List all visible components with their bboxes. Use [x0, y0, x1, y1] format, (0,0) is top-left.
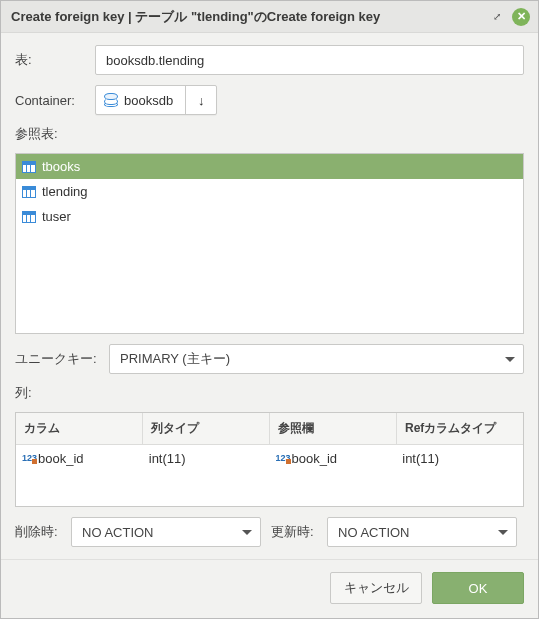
dialog-content: 表: Container: booksdb ↓ 参照表:	[1, 33, 538, 559]
cancel-button-label: キャンセル	[344, 579, 409, 597]
container-select-button[interactable]: booksdb	[96, 86, 186, 114]
list-item-label: tbooks	[42, 159, 80, 174]
ok-button-label: OK	[469, 581, 488, 596]
table-icon	[22, 211, 36, 223]
on-update-combo[interactable]: NO ACTION	[327, 517, 517, 547]
ok-button[interactable]: OK	[432, 572, 524, 604]
number-type-icon: 123	[22, 454, 36, 463]
maximize-icon[interactable]: ⤢	[488, 8, 506, 26]
unique-key-value: PRIMARY (主キー)	[120, 350, 230, 368]
table-icon	[22, 161, 36, 173]
unique-key-combo[interactable]: PRIMARY (主キー)	[109, 344, 524, 374]
label-container: Container:	[15, 93, 85, 108]
cell-column-type: int(11)	[143, 445, 270, 472]
list-item[interactable]: tbooks	[16, 154, 523, 179]
label-on-update: 更新時:	[271, 523, 317, 541]
dialog-footer: キャンセル OK	[1, 559, 538, 618]
table-icon	[22, 186, 36, 198]
label-ref-table: 参照表:	[15, 125, 524, 143]
container-picker: booksdb ↓	[95, 85, 217, 115]
cancel-button[interactable]: キャンセル	[330, 572, 422, 604]
unique-key-row: ユニークキー: PRIMARY (主キー)	[15, 344, 524, 374]
chevron-down-icon	[242, 530, 252, 535]
dialog-window: Create foreign key | テーブル "tlending"のCre…	[0, 0, 539, 619]
container-dropdown-button[interactable]: ↓	[186, 86, 216, 114]
label-on-delete: 削除時:	[15, 523, 61, 541]
window-title: Create foreign key | テーブル "tlending"のCre…	[11, 8, 482, 26]
chevron-down-icon	[505, 357, 515, 362]
th-ref-column[interactable]: 参照欄	[270, 413, 397, 444]
list-item-label: tlending	[42, 184, 88, 199]
close-icon[interactable]: ✕	[512, 8, 530, 26]
label-unique-key: ユニークキー:	[15, 350, 99, 368]
database-icon	[104, 93, 118, 107]
titlebar: Create foreign key | テーブル "tlending"のCre…	[1, 1, 538, 33]
on-delete-value: NO ACTION	[82, 525, 154, 540]
columns-table: カラム 列タイプ 参照欄 Refカラムタイプ 123 book_id int(1…	[15, 412, 524, 507]
label-table: 表:	[15, 51, 85, 69]
cell-column: 123 book_id	[16, 445, 143, 472]
th-column-type[interactable]: 列タイプ	[143, 413, 270, 444]
container-row: Container: booksdb ↓	[15, 85, 524, 115]
cell-ref-column-text: book_id	[292, 451, 338, 466]
on-update-value: NO ACTION	[338, 525, 410, 540]
th-column[interactable]: カラム	[16, 413, 143, 444]
ref-table-list[interactable]: tbooks tlending tuser	[15, 153, 524, 334]
th-ref-column-type[interactable]: Refカラムタイプ	[397, 413, 523, 444]
table-row-field: 表:	[15, 45, 524, 75]
number-type-icon: 123	[276, 454, 290, 463]
columns-table-header: カラム 列タイプ 参照欄 Refカラムタイプ	[16, 413, 523, 445]
cell-ref-column-type: int(11)	[396, 445, 523, 472]
list-item[interactable]: tlending	[16, 179, 523, 204]
on-delete-combo[interactable]: NO ACTION	[71, 517, 261, 547]
list-item[interactable]: tuser	[16, 204, 523, 229]
list-item-label: tuser	[42, 209, 71, 224]
chevron-down-icon	[498, 530, 508, 535]
fk-actions-row: 削除時: NO ACTION 更新時: NO ACTION	[15, 517, 524, 547]
cell-column-text: book_id	[38, 451, 84, 466]
cell-ref-column: 123 book_id	[270, 445, 397, 472]
arrow-down-icon: ↓	[198, 93, 205, 108]
label-columns: 列:	[15, 384, 524, 402]
table-row[interactable]: 123 book_id int(11) 123 book_id int(11)	[16, 445, 523, 472]
container-name: booksdb	[124, 93, 173, 108]
table-input[interactable]	[95, 45, 524, 75]
